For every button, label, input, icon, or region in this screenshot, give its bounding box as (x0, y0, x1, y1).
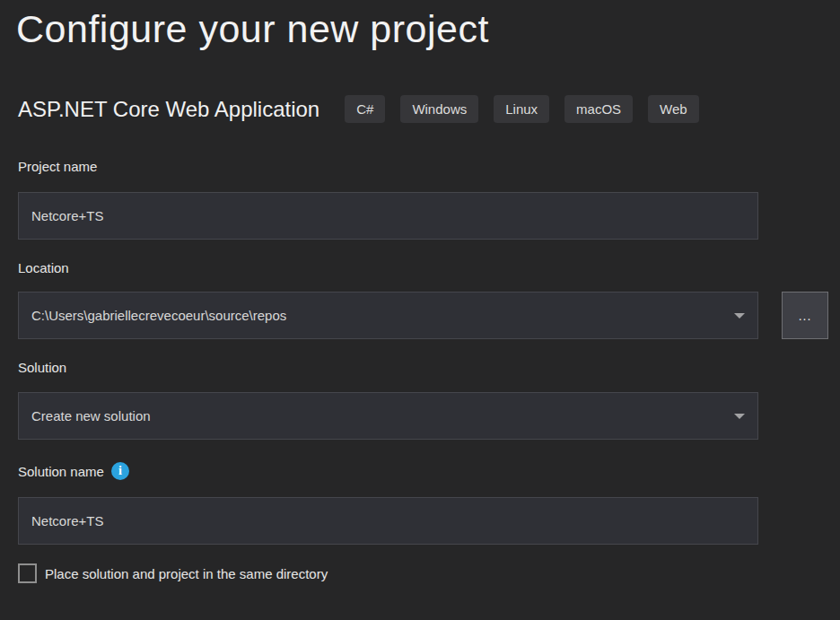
project-name-label: Project name (18, 159, 97, 174)
browse-button[interactable]: ... (782, 292, 828, 339)
solution-combobox[interactable]: Create new solution (18, 392, 758, 440)
solution-name-label-row: Solution name i (18, 462, 129, 480)
template-header: ASP.NET Core Web Application C# Windows … (18, 95, 714, 123)
tag-csharp: C# (345, 95, 385, 123)
tag-web: Web (648, 95, 699, 123)
same-directory-row: Place solution and project in the same d… (18, 563, 328, 583)
same-directory-label: Place solution and project in the same d… (45, 566, 328, 581)
solution-label: Solution (18, 360, 66, 375)
solution-name-label: Solution name (18, 464, 104, 479)
tag-linux: Linux (494, 95, 549, 123)
tag-macos: macOS (564, 95, 633, 123)
page-title: Configure your new project (16, 7, 489, 51)
tag-windows: Windows (400, 95, 478, 123)
configure-project-dialog: Configure your new project ASP.NET Core … (0, 0, 840, 620)
template-name: ASP.NET Core Web Application (18, 97, 319, 122)
chevron-down-icon (734, 414, 745, 419)
location-value: C:\Users\gabriellecrevecoeur\source\repo… (31, 308, 734, 323)
solution-name-input[interactable] (18, 497, 758, 545)
solution-value: Create new solution (31, 408, 734, 424)
same-directory-checkbox[interactable] (18, 563, 37, 583)
location-combobox[interactable]: C:\Users\gabriellecrevecoeur\source\repo… (18, 292, 758, 339)
chevron-down-icon (734, 313, 745, 319)
info-icon[interactable]: i (111, 462, 129, 480)
location-label: Location (18, 260, 69, 275)
project-name-input[interactable] (18, 192, 758, 240)
